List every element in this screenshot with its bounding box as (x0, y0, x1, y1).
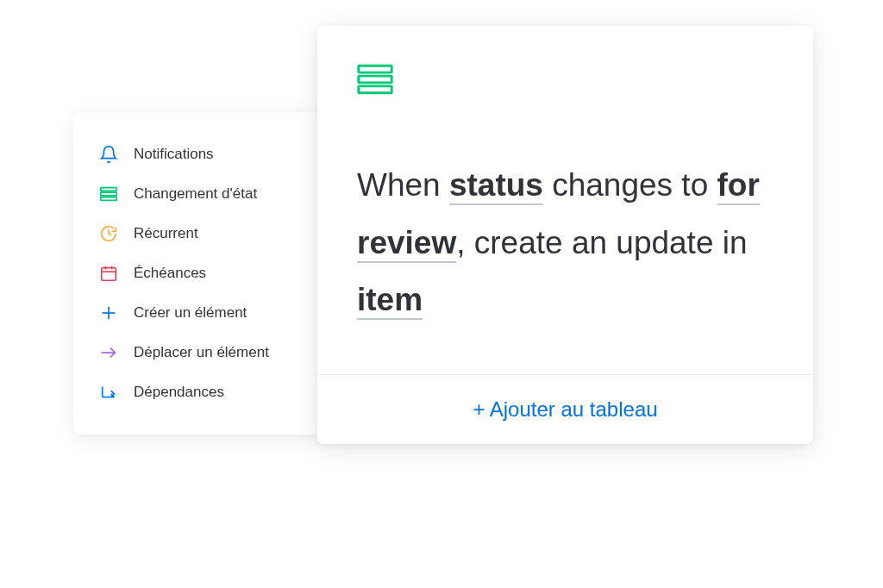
arrow-right-icon (99, 343, 118, 362)
dependency-icon (99, 383, 118, 402)
sentence-text: , create an update in (456, 225, 747, 260)
menu-item-dependencies[interactable]: Dépendances (73, 372, 323, 412)
menu-label: Déplacer un élément (134, 344, 269, 361)
svg-rect-14 (359, 86, 392, 93)
sentence-text: changes to (543, 167, 717, 203)
menu-label: Échéances (134, 265, 206, 282)
menu-item-create-item[interactable]: Créer un élément (73, 293, 323, 333)
menu-label: Notifications (134, 146, 214, 163)
calendar-icon (99, 264, 118, 283)
svg-rect-2 (101, 197, 116, 201)
card-body: When status changes to for review, creat… (317, 26, 813, 374)
menu-label: Dépendances (134, 384, 224, 401)
recipe-sentence: When status changes to for review, creat… (357, 157, 771, 329)
menu-label: Récurrent (134, 225, 198, 242)
menu-item-status-change[interactable]: Changement d'état (73, 174, 323, 214)
menu-item-notifications[interactable]: Notifications (73, 134, 323, 174)
add-to-board-button[interactable]: + Ajouter au tableau (473, 397, 657, 422)
svg-rect-0 (101, 188, 116, 191)
status-bars-icon (357, 64, 773, 98)
svg-rect-3 (102, 268, 116, 281)
menu-item-recurrent[interactable]: Récurrent (73, 214, 323, 253)
plus-icon (99, 303, 118, 322)
automation-recipe-card: When status changes to for review, creat… (317, 26, 813, 444)
sentence-text: When (357, 167, 449, 203)
automation-menu: Notifications Changement d'état Récurren… (73, 112, 323, 435)
clock-icon (99, 224, 118, 243)
item-token[interactable]: item (357, 282, 423, 320)
svg-rect-1 (101, 192, 116, 196)
status-token[interactable]: status (449, 167, 543, 205)
menu-label: Changement d'état (134, 185, 257, 203)
svg-rect-13 (359, 76, 392, 83)
bell-icon (99, 145, 118, 164)
menu-item-move-item[interactable]: Déplacer un élément (73, 333, 323, 372)
card-footer: + Ajouter au tableau (317, 374, 813, 444)
status-bars-icon (99, 185, 118, 203)
menu-label: Créer un élément (134, 304, 247, 322)
menu-item-deadlines[interactable]: Échéances (73, 253, 323, 293)
svg-rect-12 (359, 66, 392, 72)
